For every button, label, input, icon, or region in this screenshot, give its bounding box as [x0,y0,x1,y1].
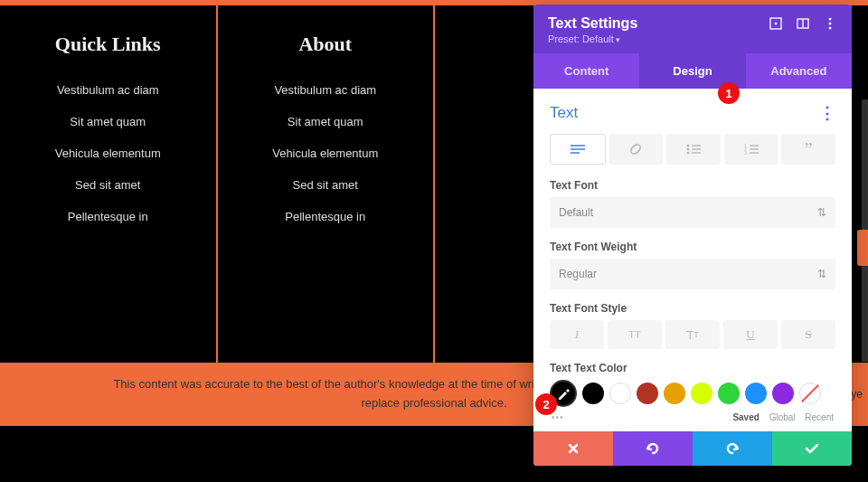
footer-col-quicklinks: Quick Links Vestibulum ac diam Sit amet … [0,5,218,363]
svg-point-17 [686,152,689,155]
weight-select[interactable]: Regular⇅ [550,259,835,289]
panel-footer [533,431,852,466]
section-menu-icon[interactable]: ⋮ [819,103,835,123]
svg-point-13 [686,145,689,147]
kebab-icon[interactable] [823,16,837,31]
redo-button[interactable] [693,431,772,466]
svg-text:3: 3 [744,150,747,155]
tab-advanced[interactable]: Advanced [746,53,852,89]
global-label[interactable]: Global [769,412,796,422]
color-swatch-none[interactable] [799,383,821,404]
option-ul[interactable] [666,134,721,165]
color-swatch[interactable] [609,383,631,404]
undo-button[interactable] [613,431,693,466]
style-uppercase[interactable]: TT [608,320,662,349]
style-label: Text Font Style [550,302,835,315]
style-italic[interactable]: I [550,320,604,349]
option-paragraph[interactable] [550,134,606,165]
footer-heading: Quick Links [9,33,207,56]
annotation-badge-2: 2 [535,393,557,415]
columns-icon[interactable] [796,16,810,31]
footer-col-about: About Vestibulum ac diam Sit amet quam V… [218,5,436,363]
saved-label[interactable]: Saved [732,412,759,422]
tab-content[interactable]: Content [533,53,639,89]
option-ol[interactable]: 123 [724,134,778,165]
footer-link[interactable]: Vestibulum ac diam [9,83,207,97]
chevron-updown-icon: ⇅ [817,268,826,280]
svg-point-4 [829,18,832,21]
cancel-button[interactable] [533,431,613,466]
footer-link[interactable]: Vestibulum ac diam [227,83,425,97]
style-smallcaps[interactable]: TT [665,320,720,349]
color-swatch[interactable] [772,383,794,404]
font-select[interactable]: Default⇅ [550,197,835,228]
color-swatches [550,380,835,407]
color-swatch[interactable] [582,383,604,404]
svg-point-15 [686,148,689,151]
footer-link[interactable]: Vehicula elementum [227,146,425,160]
weight-label: Text Font Weight [550,241,835,253]
panel-header[interactable]: Text Settings Preset: Default [533,5,852,53]
footer-link[interactable]: Sed sit amet [227,178,425,192]
save-button[interactable] [772,431,852,466]
panel-tabs: Content Design Advanced [533,53,852,89]
footer-link[interactable]: Vehicula elementum [9,146,207,160]
footer-heading: About [227,33,425,56]
option-link[interactable] [609,134,664,165]
footer-link[interactable]: Sit amet quam [9,115,207,128]
style-underline[interactable]: U [723,320,778,349]
color-swatch[interactable] [745,383,767,404]
color-swatch[interactable] [637,383,658,404]
color-swatch[interactable] [664,383,685,404]
annotation-badge-1: 1 [718,82,740,104]
section-title[interactable]: Text [550,104,578,122]
footer-link[interactable]: Pellentesque in [227,210,425,223]
footer-link[interactable]: Sed sit amet [9,178,207,192]
font-select-value: Default [559,206,593,219]
weight-select-value: Regular [559,268,597,280]
color-swatch[interactable] [718,383,740,404]
svg-point-1 [775,23,778,25]
font-style-row: I TT TT U S [550,320,835,349]
option-quote[interactable]: ” [781,134,835,165]
panel-body: Text ⋮ 123 ” Text Font Default⇅ Text Fon… [533,89,852,431]
svg-line-11 [631,145,640,154]
footer-link[interactable]: Pellentesque in [9,210,207,223]
color-label: Text Text Color [550,362,835,374]
svg-point-5 [829,23,832,25]
chevron-updown-icon: ⇅ [817,206,826,219]
right-handle[interactable] [857,230,868,266]
panel-title: Text Settings [548,15,637,32]
text-type-row: 123 ” [550,134,835,165]
font-label: Text Font [550,179,835,192]
preset-label[interactable]: Preset: Default [548,33,837,44]
expand-icon[interactable] [769,16,783,31]
recent-label[interactable]: Recent [805,412,834,422]
color-swatch[interactable] [691,383,712,404]
text-settings-panel: Text Settings Preset: Default Content De… [533,5,852,466]
style-strikethrough[interactable]: S [781,320,835,349]
more-colors-icon[interactable]: ••• [552,412,564,422]
footer-link[interactable]: Sit amet quam [227,115,425,128]
svg-point-6 [829,27,832,30]
